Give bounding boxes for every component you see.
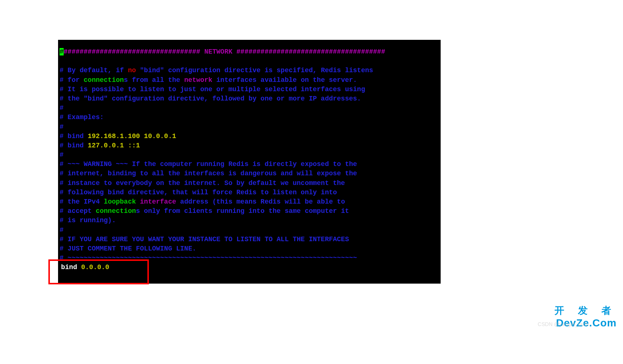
- comment-line: # JUST COMMENT THE FOLLOWING LINE.: [60, 244, 441, 253]
- cursor: #: [60, 48, 64, 55]
- terminal-editor[interactable]: ################################### NETW…: [58, 40, 441, 284]
- watermark-cn: 开 发 者: [555, 304, 617, 317]
- comment-line: # is running).: [60, 216, 441, 225]
- comment-line: # Examples:: [60, 113, 441, 122]
- comment-line: # ~~~~~~~~~~~~~~~~~~~~~~~~~~~~~~~~~~~~~~…: [60, 253, 441, 263]
- csdn-watermark: CSDN @yangat_csdn: [538, 321, 589, 327]
- comment-line: # bind 127.0.0.1 ::1: [60, 141, 441, 150]
- watermark: CSDN @yangat_csdn 开 发 者 DevZe.Com: [555, 304, 617, 329]
- comment-line: # By default, if no "bind" configuration…: [60, 66, 441, 75]
- comment-line: # for connections from all the network i…: [60, 76, 441, 85]
- bind-config-line: bind 0.0.0.0: [60, 263, 441, 272]
- comment-line: #: [60, 226, 441, 235]
- comment-line: # bind 192.168.1.100 10.0.0.1: [60, 132, 441, 141]
- comment-line: # the "bind" configuration directive, fo…: [60, 94, 441, 103]
- comment-line: #: [60, 122, 441, 132]
- comment-line: # the IPv4 loopback interface address (t…: [60, 197, 441, 207]
- comment-line: # accept connections only from clients r…: [60, 207, 441, 216]
- comment-line: # following bind directive, that will fo…: [60, 188, 441, 197]
- comment-line: # IF YOU ARE SURE YOU WANT YOUR INSTANCE…: [60, 235, 441, 244]
- blank-line: [60, 57, 441, 66]
- header-line: ################################### NETW…: [60, 47, 441, 57]
- comment-line: # instance to everybody on the internet.…: [60, 179, 441, 188]
- comment-line: #: [60, 150, 441, 160]
- comment-line: #: [60, 103, 441, 113]
- comment-line: # internet, binding to all the interface…: [60, 169, 441, 178]
- comment-line: # ~~~ WARNING ~~~ If the computer runnin…: [60, 160, 441, 169]
- comment-line: # It is possible to listen to just one o…: [60, 85, 441, 94]
